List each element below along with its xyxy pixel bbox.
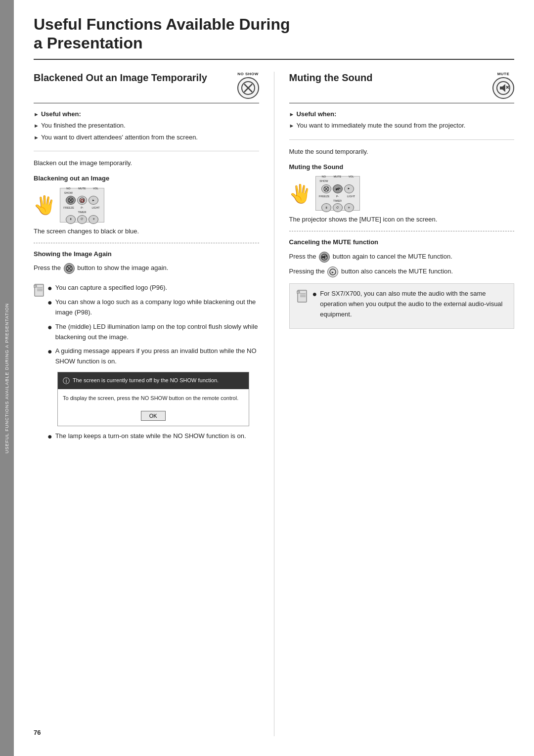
arrow-bullet-3: ►: [34, 133, 39, 142]
left-useful-when-heading: Useful when:: [41, 109, 81, 119]
right-bullet-1: ● For SX7/X700, you can also mute the au…: [312, 289, 507, 319]
inline-mute-btn: [319, 252, 330, 263]
left-intro-text: Blacken out the image temporarily.: [34, 158, 259, 169]
page-title: Useful Functions Available During a Pres…: [34, 15, 514, 60]
left-remote-container: 🖐 NO SHOW MUTE VOL: [34, 188, 259, 222]
note-icon-right: [297, 290, 308, 307]
right-arrow-bullet-2: ►: [289, 122, 295, 130]
page-wrapper: USEFUL FUNCTIONS AVAILABLE DURING A PRES…: [0, 0, 534, 756]
page-title-line1: Useful Functions Available During: [34, 15, 514, 34]
cancel-text1-suffix: button again to cancel the MUTE function…: [333, 253, 452, 260]
left-bullet-text-1: You can capture a specified logo (P96).: [55, 283, 167, 293]
left-section-header: Blackened Out an Image Temporarily NO SH…: [34, 72, 259, 103]
no-show-circle-icon: [237, 77, 259, 99]
right-cancel-text2: Pressing the ► button also cancels the M…: [289, 267, 515, 277]
dashed-divider-1: [34, 243, 259, 243]
svg-rect-36: [297, 291, 300, 293]
right-section-body: Mute the sound temporarily. Muting the S…: [289, 147, 515, 334]
mute-button-icon: MUTE: [492, 72, 514, 99]
left-subsection2-title: Showing the Image Again: [34, 249, 259, 260]
remote-btn-noshow-r: [321, 184, 331, 193]
remote-btn-mute: 🔇: [77, 196, 87, 205]
right-cancel-text1: Press the button again to cancel the MUT…: [289, 252, 515, 263]
right-bullets-container: ● For SX7/X700, you can also mute the au…: [312, 289, 507, 323]
remote-image-right: NO SHOW MUTE VOL: [315, 176, 360, 211]
inline-vol-btn: ►: [327, 267, 338, 277]
right-useful-when-text-1: You want to immediately mute the sound f…: [296, 121, 465, 131]
left-useful-when-heading-item: ► Useful when:: [34, 109, 259, 119]
mute-label: MUTE: [497, 72, 510, 76]
left-bullet-text-4: A guiding message appears if you press a…: [55, 346, 259, 367]
svg-text:🔇: 🔇: [80, 198, 85, 203]
side-tab: USEFUL FUNCTIONS AVAILABLE DURING A PRES…: [0, 0, 14, 756]
bullet-dot-4: ●: [47, 347, 52, 356]
left-section-body: Blacken out the image temporarily. Black…: [34, 158, 259, 454]
no-show-label: NO SHOW: [237, 72, 259, 76]
bullet-dot-3: ●: [47, 322, 52, 332]
dialog-ok-button[interactable]: OK: [141, 411, 166, 421]
remote-btn-light-r: ☀: [344, 203, 354, 212]
cancel-text2-suffix: button also cancels the MUTE function.: [341, 267, 453, 275]
right-useful-when-heading: Useful when:: [296, 109, 336, 119]
svg-rect-24: [336, 188, 337, 190]
remote-btn-light: ☀: [89, 215, 98, 224]
page-title-line2: a Presentation: [34, 34, 514, 52]
left-useful-when: ► Useful when: ► You finished the presen…: [34, 109, 259, 152]
left-bullet-text-2: You can show a logo such as a company lo…: [55, 297, 259, 318]
col-left: Blackened Out an Image Temporarily NO SH…: [34, 72, 259, 736]
dialog-body-text: To display the screen, press the NO SHOW…: [63, 395, 238, 401]
show-again-prefix: Press the: [34, 265, 61, 272]
right-bullet-text-1: For SX7/X700, you can also mute the audi…: [320, 289, 507, 319]
remote-btn-vol: ►: [89, 196, 98, 205]
col-right: Muting the Sound MUTE: [289, 72, 515, 736]
svg-marker-25: [337, 187, 339, 190]
left-bullets-container: ● You can capture a specified logo (P96)…: [47, 283, 259, 445]
right-projector-text: The projector shows the [MUTE] icon on t…: [289, 215, 515, 225]
inline-no-show-btn: [64, 263, 75, 274]
left-note-box: ● You can capture a specified logo (P96)…: [34, 279, 259, 449]
right-useful-when-heading-item: ► Useful when:: [289, 109, 515, 119]
two-col-layout: Blackened Out an Image Temporarily NO SH…: [34, 72, 514, 736]
show-again-suffix: button to show the image again.: [77, 265, 168, 272]
mute-circle-icon: [492, 77, 514, 99]
left-bullet-3: ● The (middle) LED illumination lamp on …: [47, 322, 259, 343]
left-subsection1-title: Blackening out an Image: [34, 174, 259, 184]
remote-btn-freeze-r: ⏸: [321, 203, 331, 212]
remote-btn-ptimer-r: ⏱: [333, 203, 343, 212]
dialog-info-icon: ⓘ: [63, 375, 70, 386]
dashed-divider-2: [289, 231, 515, 231]
right-note-box: ● For SX7/X700, you can also mute the au…: [289, 283, 515, 329]
remote-btn-noshow: [66, 196, 76, 205]
bullet-dot-5: ●: [47, 432, 52, 441]
col-divider: [274, 72, 274, 736]
svg-marker-30: [323, 255, 325, 259]
right-subsection1-title: Muting the Sound: [289, 162, 515, 173]
dialog-body: To display the screen, press the NO SHOW…: [58, 389, 249, 408]
left-bullet-4: ● A guiding message appears if you press…: [47, 346, 259, 367]
remote-image-left: NO SHOW MUTE VOL: [60, 188, 104, 222]
svg-rect-12: [34, 285, 37, 287]
remote-btn-freeze: ⏸: [66, 215, 76, 224]
side-tab-text: USEFUL FUNCTIONS AVAILABLE DURING A PRES…: [4, 303, 9, 453]
right-arrow-bullet-1: ►: [289, 110, 295, 119]
right-useful-when: ► Useful when: ► You want to immediately…: [289, 109, 515, 140]
svg-text:►: ►: [331, 270, 335, 274]
left-useful-when-text-2: You want to divert attendees' attention …: [41, 133, 198, 142]
left-useful-when-item-2: ► You want to divert attendees' attentio…: [34, 133, 259, 142]
hand-icon-left: 🖐: [34, 191, 56, 220]
dialog-box: ⓘ The screen is currently turned off by …: [57, 372, 249, 426]
svg-rect-29: [322, 256, 323, 258]
no-show-button-icon: NO SHOW: [237, 72, 259, 99]
svg-marker-18: [502, 84, 505, 92]
bullet-dot-2: ●: [47, 298, 52, 307]
left-bullet-1: ● You can capture a specified logo (P96)…: [47, 283, 259, 293]
bullet-dot-1: ●: [47, 283, 52, 293]
right-remote-container: 🖐 NO SHOW MUTE VOL: [289, 176, 515, 211]
left-screen-change-text: The screen changes to black or blue.: [34, 226, 259, 237]
left-bullet-2: ● You can show a logo such as a company …: [47, 297, 259, 318]
dialog-header-text: The screen is currently turned off by th…: [73, 376, 219, 385]
right-bullet-dot-1: ●: [312, 289, 317, 299]
remote-btn-mute-r: [333, 184, 343, 193]
right-subsection2-title: Canceling the MUTE function: [289, 237, 515, 248]
right-useful-when-item-1: ► You want to immediately mute the sound…: [289, 121, 515, 131]
